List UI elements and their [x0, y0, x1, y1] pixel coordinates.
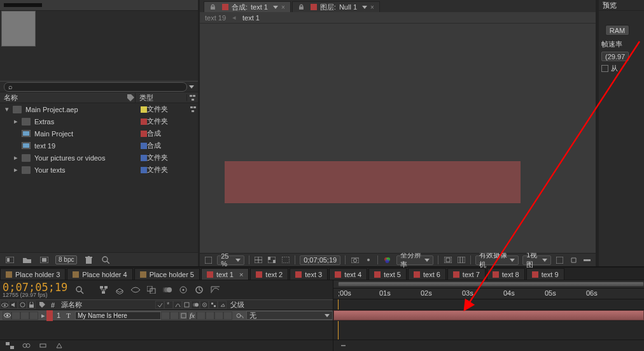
delete-icon[interactable] [83, 254, 94, 266]
layer-label-swatch[interactable] [46, 310, 53, 321]
comp-viewport[interactable] [200, 24, 596, 253]
toggle-transparency-icon[interactable] [267, 254, 277, 266]
timeline-tab[interactable]: text 5 [368, 268, 407, 280]
timeline-tab[interactable]: text 4 [329, 268, 367, 280]
close-icon[interactable]: × [239, 271, 243, 278]
search-bin-icon[interactable] [100, 254, 111, 266]
timeline-tab[interactable]: text 6 [408, 268, 446, 280]
col-type[interactable]: 类型 [135, 93, 186, 103]
lock-icon[interactable]: 🔒︎ [209, 3, 216, 11]
layer-solo-cell[interactable] [20, 312, 29, 320]
parent-pickwhip-icon[interactable] [236, 312, 244, 319]
timeline-tab[interactable]: text 9 [526, 268, 564, 280]
col-name[interactable]: 名称 [0, 93, 111, 103]
magnify-icon[interactable] [204, 254, 213, 266]
layer-audio-cell[interactable] [11, 312, 20, 320]
layer-eye-icon[interactable] [3, 312, 11, 320]
fps-value[interactable]: (29.97 [601, 52, 629, 61]
zoom-out-icon[interactable] [337, 340, 349, 352]
close-icon[interactable]: × [370, 4, 374, 11]
twisty-icon[interactable]: ▸ [13, 154, 19, 162]
comp-views[interactable]: 1视图 [522, 255, 551, 265]
snapshot-icon[interactable] [350, 254, 360, 266]
colhdr-parent[interactable]: 父级 [228, 300, 333, 310]
parent-dropdown[interactable]: 无 [246, 311, 333, 320]
tree-item[interactable]: text 19合成 [0, 140, 198, 152]
timeline-tab[interactable]: text 3 [290, 268, 328, 280]
show-snapshot-icon[interactable] [363, 254, 373, 266]
grid-icon[interactable] [456, 254, 466, 266]
autokey-icon[interactable] [193, 284, 205, 296]
frame-blend-icon[interactable] [146, 284, 157, 296]
tree-item[interactable]: Main Project合成 [0, 127, 198, 140]
timeline-tab[interactable]: text 2 [250, 268, 288, 280]
colhdr-lock-icon[interactable] [27, 301, 36, 309]
layer-lock-cell[interactable] [29, 312, 38, 320]
colhdr-label-icon[interactable] [39, 302, 47, 308]
close-icon[interactable]: × [281, 4, 285, 11]
pixel-aspect-icon[interactable] [555, 254, 564, 266]
layer-clip[interactable] [333, 310, 644, 320]
draft3d-icon[interactable] [114, 284, 125, 296]
tab-menu-icon[interactable] [362, 6, 367, 9]
channel-icon[interactable] [382, 254, 392, 266]
comp-solid-layer[interactable] [225, 161, 521, 203]
comp-breadcrumb[interactable]: text 19 ◂ text 1 [200, 12, 596, 24]
roi-icon[interactable] [443, 254, 452, 266]
timeline-tab[interactable]: text 8 [487, 268, 525, 280]
twisty-icon[interactable]: ▸ [13, 117, 19, 125]
crumb-text19[interactable]: text 19 [205, 14, 226, 22]
lock-icon[interactable]: 🔒︎ [298, 3, 305, 11]
twisty-icon[interactable]: ▾ [4, 105, 10, 113]
project-tree[interactable]: ▾Main Project.aep文件夹▸Extras文件夹Main Proje… [0, 103, 198, 252]
new-folder-icon[interactable] [21, 254, 32, 266]
timeline-ruler[interactable]: ;00s01s02s03s04s05s06s [333, 289, 644, 299]
tl-search-icon[interactable] [74, 284, 85, 296]
timeline-tab[interactable]: Place holder 4 [67, 268, 132, 280]
motion-blur-icon[interactable] [162, 284, 173, 296]
toggle-inout-icon[interactable] [37, 340, 48, 352]
timeline-current-time[interactable]: 0;07;05;19 [3, 282, 67, 293]
tree-item[interactable]: ▾Main Project.aep文件夹 [0, 103, 198, 115]
project-bpc[interactable]: 8 bpc [55, 255, 77, 264]
colhdr-switches[interactable]: * [155, 301, 228, 309]
timeline-tab[interactable]: text 1× [201, 268, 249, 280]
twisty-icon[interactable]: ▸ [13, 166, 19, 174]
layer-viewer-tab[interactable]: 🔒︎图层:Null 1× [292, 1, 380, 12]
timeline-tab[interactable]: Place holder 5 [134, 268, 200, 280]
ram-preview-button[interactable]: RAM [605, 25, 629, 36]
comp-mini-flowchart-icon[interactable] [98, 284, 109, 296]
tree-item-swatch[interactable] [141, 155, 147, 161]
search-options-dropdown[interactable] [189, 85, 194, 89]
tab-menu-icon[interactable] [273, 6, 278, 9]
tree-item[interactable]: ▸Extras文件夹 [0, 115, 198, 127]
timeline-tab[interactable]: text 7 [447, 268, 486, 280]
timeline-icon[interactable] [582, 254, 592, 266]
tree-item-swatch[interactable] [141, 167, 147, 173]
toggle-switches-icon[interactable] [4, 340, 15, 352]
interpret-footage-icon[interactable] [4, 254, 15, 266]
brainstorm-icon[interactable] [178, 284, 189, 296]
comp-resolution[interactable]: 全分辨率 [396, 255, 434, 265]
colhdr-audio-icon[interactable] [9, 301, 18, 309]
comp-camera[interactable]: 有效摄像机 [475, 255, 519, 265]
from-current-checkbox[interactable] [601, 65, 608, 72]
comp-viewer-tab[interactable]: 🔒︎合成:text 1× [204, 1, 291, 12]
fast-preview-icon[interactable] [569, 254, 578, 266]
resolution-half-icon[interactable] [254, 254, 263, 266]
toggle-modes-icon[interactable] [20, 340, 32, 352]
project-search-input[interactable]: ⌕ [4, 82, 187, 92]
comp-time[interactable]: 0;07;05;19 [300, 255, 340, 265]
new-comp-icon[interactable] [38, 254, 50, 266]
col-tag-icon[interactable] [126, 93, 135, 102]
toggle-render-icon[interactable] [53, 340, 65, 352]
flowchart-icon[interactable] [188, 106, 198, 113]
tree-item[interactable]: ▸Your pictures or videos文件夹 [0, 152, 198, 164]
col-flowchart-icon[interactable] [186, 94, 198, 101]
comp-zoom[interactable]: 25 % [217, 255, 244, 265]
tree-item-swatch[interactable] [141, 106, 147, 113]
layer-switches[interactable]: fx [161, 312, 234, 320]
layer-row[interactable]: ▸ 1 T fx [0, 310, 333, 321]
crumb-text1[interactable]: text 1 [242, 14, 260, 22]
timeline-tab[interactable]: Place holder 3 [0, 268, 66, 280]
